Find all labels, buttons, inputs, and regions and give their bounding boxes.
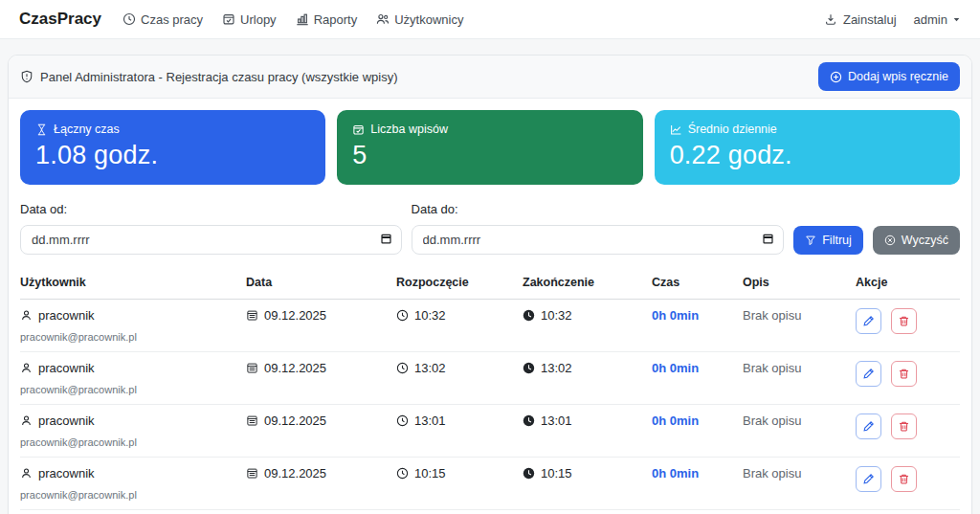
stat-label-wrap: Łączny czas xyxy=(35,123,310,136)
date-cell: 09.12.2025 xyxy=(246,352,396,405)
trash-icon xyxy=(898,315,910,327)
calendar-icon xyxy=(246,467,258,480)
clear-button-label: Wyczyść xyxy=(902,234,948,247)
user-name: pracownik xyxy=(38,413,95,428)
col-header-date: Data xyxy=(246,270,396,300)
pencil-icon xyxy=(862,420,875,433)
end-cell: 08:55 xyxy=(523,510,652,514)
actions-cell xyxy=(856,352,960,405)
description: Brak opisu xyxy=(743,300,856,352)
nav-item-czas-pracy[interactable]: Czas pracy xyxy=(122,12,203,27)
user-email: pracownik@pracownik.pl xyxy=(20,489,242,501)
calendar-indicator-icon[interactable] xyxy=(380,233,392,245)
date-from-label: Data od: xyxy=(20,202,402,216)
edit-button[interactable] xyxy=(856,361,881,387)
edit-button[interactable] xyxy=(856,466,881,492)
stat-value: 5 xyxy=(352,141,627,170)
person-icon xyxy=(20,362,33,374)
pencil-icon xyxy=(862,368,875,380)
x-circle-icon xyxy=(884,235,896,246)
filter-button[interactable]: Filtruj xyxy=(793,226,863,255)
stat-entry-count: Liczba wpisów 5 xyxy=(337,110,642,185)
description: Brak opisu xyxy=(743,352,856,405)
col-header-actions: Akcje xyxy=(856,270,960,300)
user-cell: pracownik pracownik@pracownik.pl xyxy=(20,300,246,352)
date-to-input[interactable] xyxy=(412,225,785,255)
clock-icon xyxy=(396,309,409,322)
col-header-start: Rozpoczęcie xyxy=(396,270,523,300)
install-button[interactable]: Zainstaluj xyxy=(824,12,897,27)
calendar-icon xyxy=(246,309,258,322)
clock-icon xyxy=(396,467,409,480)
start-time: 10:15 xyxy=(414,466,446,480)
stat-value: 0.22 godz. xyxy=(670,141,945,170)
end-time: 10:32 xyxy=(541,308,572,323)
stat-value: 1.08 godz. xyxy=(35,141,310,170)
stat-total-time: Łączny czas 1.08 godz. xyxy=(20,110,325,185)
clock-fill-icon xyxy=(523,467,535,480)
filter-from-group: Data od: xyxy=(20,202,402,255)
delete-button[interactable] xyxy=(891,466,917,492)
filter-button-label: Filtruj xyxy=(822,234,852,247)
entry-date: 09.12.2025 xyxy=(264,308,326,323)
user-name: pracownik xyxy=(38,466,95,480)
delete-button[interactable] xyxy=(891,413,917,439)
funnel-icon xyxy=(805,235,816,246)
date-from-input[interactable] xyxy=(20,225,402,255)
brand[interactable]: CzasPracy xyxy=(19,10,101,29)
start-time: 13:02 xyxy=(414,361,446,375)
person-icon xyxy=(20,414,33,427)
caret-down-icon xyxy=(952,15,961,24)
calendar-indicator-icon[interactable] xyxy=(762,233,774,245)
user-cell: pracownik pracownik@pracownik.pl xyxy=(20,352,246,405)
end-time: 10:15 xyxy=(541,466,572,480)
clock-icon xyxy=(396,362,409,374)
navbar: CzasPracy Czas pracy Urlopy Raporty xyxy=(0,0,980,39)
admin-panel-card: Panel Administratora - Rejestracja czasu… xyxy=(8,55,972,514)
nav-item-uzytkownicy[interactable]: Użytkownicy xyxy=(376,12,463,27)
stat-label: Łączny czas xyxy=(54,123,120,136)
end-time: 13:02 xyxy=(541,361,572,375)
stat-label-wrap: Liczba wpisów xyxy=(352,123,627,136)
start-time: 10:32 xyxy=(414,308,446,323)
entries-table: Użytkownik Data Rozpoczęcie Zakończenie … xyxy=(20,270,960,514)
col-header-description: Opis xyxy=(743,270,856,300)
panel-title: Panel Administratora - Rejestracja czasu… xyxy=(40,70,398,84)
edit-button[interactable] xyxy=(856,308,881,334)
end-cell: 10:15 xyxy=(523,458,652,510)
add-entry-label: Dodaj wpis ręcznie xyxy=(848,70,948,83)
date-filters: Data od: Data do: xyxy=(20,202,960,255)
user-cell: pracownik pracownik@pracownik.pl xyxy=(20,405,246,458)
calendar-check-icon xyxy=(222,12,235,26)
person-icon xyxy=(20,467,33,480)
filter-buttons: Filtruj Wyczyść xyxy=(793,226,960,255)
table-row: pracownik pracownik@pracownik.pl 09.12.2… xyxy=(20,458,960,510)
delete-button[interactable] xyxy=(891,308,917,334)
user-name: pracownik xyxy=(38,308,95,323)
person-icon xyxy=(20,309,33,322)
user-cell: pracownik pracownik@pracownik.pl xyxy=(20,458,246,510)
nav-items: Czas pracy Urlopy Raporty Użytkownicy xyxy=(122,12,463,27)
pencil-icon xyxy=(862,473,875,485)
clock-icon xyxy=(122,12,136,26)
clock-fill-icon xyxy=(523,309,535,322)
trash-icon xyxy=(898,473,910,485)
nav-item-urlopy[interactable]: Urlopy xyxy=(222,12,277,27)
nav-item-raporty[interactable]: Raporty xyxy=(296,12,358,27)
entry-date: 09.12.2025 xyxy=(264,466,326,480)
add-entry-button[interactable]: Dodaj wpis ręcznie xyxy=(818,62,960,91)
page: CzasPracy Czas pracy Urlopy Raporty xyxy=(0,0,980,514)
col-header-end: Zakończenie xyxy=(523,270,652,300)
clock-icon xyxy=(396,414,409,427)
description: Brak opisu xyxy=(743,510,856,514)
user-menu[interactable]: admin xyxy=(914,12,961,27)
user-name: pracownik xyxy=(38,361,95,375)
description: Brak opisu xyxy=(743,405,856,458)
table-row: pracownik pracownik@pracownik.pl 09.12.2… xyxy=(20,300,960,352)
nav-item-label: Czas pracy xyxy=(141,12,203,27)
clear-button[interactable]: Wyczyść xyxy=(873,226,960,255)
stat-label: Liczba wpisów xyxy=(370,123,448,136)
edit-button[interactable] xyxy=(856,413,881,439)
end-cell: 13:02 xyxy=(523,352,652,405)
delete-button[interactable] xyxy=(891,361,917,387)
